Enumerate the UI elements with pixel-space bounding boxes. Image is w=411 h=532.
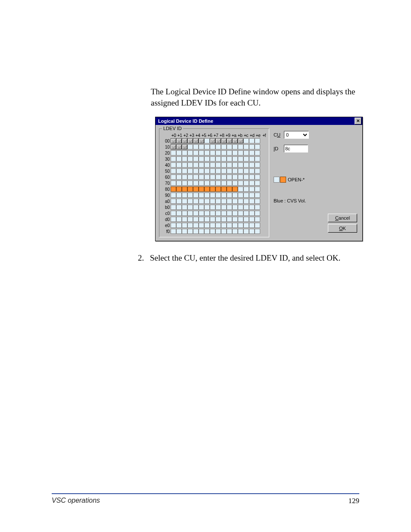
- ldev-cell[interactable]: [204, 162, 210, 168]
- ldev-cell[interactable]: [238, 217, 243, 222]
- ldev-cell[interactable]: [171, 162, 176, 168]
- ldev-cell[interactable]: [187, 193, 193, 198]
- ldev-cell[interactable]: [171, 168, 176, 174]
- ldev-cell[interactable]: [199, 180, 204, 186]
- ldev-cell[interactable]: [176, 144, 182, 149]
- ldev-cell[interactable]: [176, 162, 182, 168]
- ldev-cell[interactable]: [232, 217, 238, 222]
- ldev-cell[interactable]: [221, 144, 227, 149]
- ldev-cell[interactable]: [182, 168, 187, 174]
- ldev-cell[interactable]: [193, 162, 199, 168]
- ldev-cell[interactable]: [215, 180, 221, 186]
- ldev-cell[interactable]: [232, 223, 238, 228]
- ldev-cell[interactable]: [255, 229, 260, 234]
- ldev-cell[interactable]: [243, 217, 249, 222]
- ldev-cell[interactable]: [204, 180, 210, 186]
- ldev-cell[interactable]: [193, 199, 199, 204]
- ldev-cell[interactable]: [187, 138, 193, 143]
- ldev-cell[interactable]: [255, 205, 260, 210]
- ldev-cell[interactable]: [176, 211, 182, 216]
- ldev-cell[interactable]: [199, 138, 204, 143]
- ldev-cell[interactable]: [204, 193, 210, 198]
- ldev-cell[interactable]: [171, 174, 176, 180]
- ldev-cell[interactable]: [255, 162, 260, 168]
- ldev-cell[interactable]: [187, 156, 193, 162]
- ldev-cell[interactable]: [182, 174, 187, 180]
- ldev-cell[interactable]: [193, 217, 199, 222]
- ldev-cell[interactable]: [221, 162, 227, 168]
- ldev-cell[interactable]: [182, 162, 187, 168]
- ldev-cell[interactable]: [255, 138, 260, 143]
- ldev-cell[interactable]: [227, 211, 232, 216]
- ldev-cell[interactable]: [171, 229, 176, 234]
- ldev-cell[interactable]: [255, 144, 260, 149]
- cancel-button[interactable]: Cancel: [328, 214, 357, 222]
- ldev-cell[interactable]: [215, 229, 221, 234]
- ldev-cell[interactable]: [238, 144, 243, 149]
- ldev-cell[interactable]: [243, 211, 249, 216]
- ldev-cell[interactable]: [215, 162, 221, 168]
- ldev-cell[interactable]: [182, 180, 187, 186]
- ldev-cell[interactable]: [215, 193, 221, 198]
- ldev-cell[interactable]: [221, 223, 227, 228]
- ldev-cell[interactable]: [227, 168, 232, 174]
- ldev-cell[interactable]: [199, 217, 204, 222]
- ldev-cell[interactable]: [232, 229, 238, 234]
- ldev-cell[interactable]: [221, 156, 227, 162]
- ldev-cell[interactable]: [227, 199, 232, 204]
- ldev-cell[interactable]: [182, 193, 187, 198]
- ldev-cell[interactable]: [182, 217, 187, 222]
- ldev-cell[interactable]: [215, 144, 221, 149]
- ldev-cell[interactable]: [176, 156, 182, 162]
- ldev-cell[interactable]: [199, 162, 204, 168]
- ldev-cell[interactable]: [182, 187, 187, 192]
- ldev-cell[interactable]: [227, 229, 232, 234]
- ldev-cell[interactable]: [249, 138, 255, 143]
- ldev-cell[interactable]: [232, 138, 238, 143]
- ldev-cell[interactable]: [204, 174, 210, 180]
- ldev-cell[interactable]: [238, 187, 243, 192]
- ldev-cell[interactable]: [243, 223, 249, 228]
- ldev-cell[interactable]: [171, 187, 176, 192]
- ldev-cell[interactable]: [199, 205, 204, 210]
- ldev-cell[interactable]: [187, 205, 193, 210]
- ldev-cell[interactable]: [199, 199, 204, 204]
- ldev-cell[interactable]: [255, 174, 260, 180]
- ldev-cell[interactable]: [227, 150, 232, 156]
- ldev-cell[interactable]: [176, 168, 182, 174]
- ldev-cell[interactable]: [255, 223, 260, 228]
- ldev-cell[interactable]: [249, 162, 255, 168]
- ldev-cell[interactable]: [171, 223, 176, 228]
- ldev-cell[interactable]: [227, 217, 232, 222]
- ldev-cell[interactable]: [227, 156, 232, 162]
- ldev-cell[interactable]: [255, 217, 260, 222]
- ldev-cell[interactable]: [204, 138, 210, 143]
- ldev-cell[interactable]: [215, 205, 221, 210]
- ldev-cell[interactable]: [232, 193, 238, 198]
- ldev-cell[interactable]: [193, 144, 199, 149]
- ldev-cell[interactable]: [199, 187, 204, 192]
- ldev-cell[interactable]: [171, 211, 176, 216]
- ldev-cell[interactable]: [210, 187, 215, 192]
- ldev-cell[interactable]: [182, 223, 187, 228]
- ldev-cell[interactable]: [193, 187, 199, 192]
- ldev-cell[interactable]: [193, 156, 199, 162]
- ldev-cell[interactable]: [171, 193, 176, 198]
- ldev-cell[interactable]: [199, 168, 204, 174]
- ldev-cell[interactable]: [187, 180, 193, 186]
- ldev-cell[interactable]: [255, 211, 260, 216]
- ldev-cell[interactable]: [227, 193, 232, 198]
- ldev-cell[interactable]: [238, 168, 243, 174]
- ldev-cell[interactable]: [210, 150, 215, 156]
- ldev-cell[interactable]: [243, 156, 249, 162]
- ldev-cell[interactable]: [232, 168, 238, 174]
- ldev-cell[interactable]: [204, 144, 210, 149]
- ldev-cell[interactable]: [215, 217, 221, 222]
- ldev-cell[interactable]: [238, 205, 243, 210]
- ldev-cell[interactable]: [199, 150, 204, 156]
- ldev-cell[interactable]: [215, 199, 221, 204]
- ldev-cell[interactable]: [204, 199, 210, 204]
- ldev-cell[interactable]: [210, 144, 215, 149]
- ldev-cell[interactable]: [210, 180, 215, 186]
- ldev-cell[interactable]: [215, 187, 221, 192]
